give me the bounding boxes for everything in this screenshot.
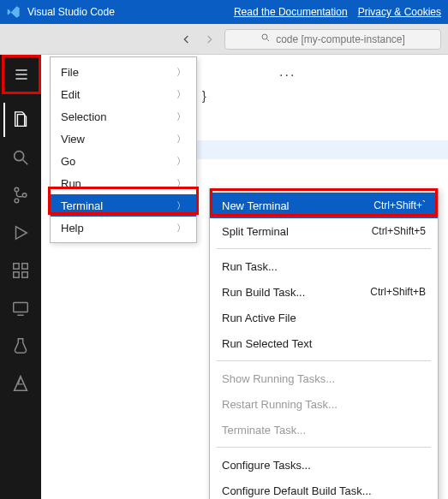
activity-remote-icon[interactable] <box>3 291 38 325</box>
menu-go[interactable]: Go〉 <box>51 150 196 172</box>
chevron-right-icon: 〉 <box>176 88 186 101</box>
activity-run-debug-icon[interactable] <box>3 216 38 250</box>
submenu-configure-default-build-task[interactable]: Configure Default Build Task... <box>210 478 438 499</box>
editor-line-highlight <box>197 140 448 159</box>
docs-link[interactable]: Read the Documentation <box>234 6 348 18</box>
activity-extensions-icon[interactable] <box>3 253 38 288</box>
activity-explorer-icon[interactable] <box>3 103 38 137</box>
submenu-run-task[interactable]: Run Task... <box>210 253 438 279</box>
submenu-run-build-task[interactable]: Run Build Task...Ctrl+Shift+B <box>210 279 438 305</box>
svg-rect-9 <box>14 272 19 277</box>
activity-azure-icon[interactable] <box>3 366 38 401</box>
menu-selection[interactable]: Selection〉 <box>51 105 196 128</box>
hamburger-menu-icon[interactable] <box>4 57 39 92</box>
submenu-show-running-tasks: Show Running Tasks... <box>210 365 438 391</box>
submenu-run-selected-text[interactable]: Run Selected Text <box>210 330 438 356</box>
svg-rect-8 <box>22 264 27 269</box>
nav-forward-icon[interactable] <box>200 31 218 48</box>
chevron-right-icon: 〉 <box>176 155 186 168</box>
command-center-text: code [my-compute-instance] <box>276 33 405 45</box>
submenu-configure-tasks[interactable]: Configure Tasks... <box>210 452 438 478</box>
svg-line-3 <box>23 160 28 165</box>
menu-view[interactable]: View〉 <box>51 128 196 150</box>
chevron-right-icon: 〉 <box>176 110 186 123</box>
menu-run[interactable]: Run〉 <box>51 172 196 194</box>
vscode-logo-icon <box>7 5 21 19</box>
search-icon <box>260 33 271 45</box>
svg-point-0 <box>262 34 267 39</box>
menu-file[interactable]: File〉 <box>51 61 196 83</box>
chevron-right-icon: 〉 <box>176 222 186 235</box>
menu-edit[interactable]: Edit〉 <box>51 83 196 105</box>
main-menu: File〉 Edit〉 Selection〉 View〉 Go〉 Run〉 Te… <box>50 56 197 243</box>
command-center[interactable]: code [my-compute-instance] <box>224 29 441 50</box>
chevron-right-icon: 〉 <box>176 66 186 79</box>
activity-testing-icon[interactable] <box>3 329 38 363</box>
submenu-run-active-file[interactable]: Run Active File <box>210 305 438 330</box>
menu-separator <box>217 360 431 361</box>
editor-text: } <box>202 89 206 103</box>
menu-separator <box>217 248 431 249</box>
privacy-link[interactable]: Privacy & Cookies <box>358 6 441 18</box>
chevron-right-icon: 〉 <box>176 199 186 212</box>
nav-back-icon[interactable] <box>178 31 195 48</box>
chevron-right-icon: 〉 <box>176 133 186 146</box>
submenu-split-terminal[interactable]: Split TerminalCtrl+Shift+5 <box>210 218 438 244</box>
titlebar: Visual Studio Code Read the Documentatio… <box>0 0 448 24</box>
submenu-terminate-task: Terminate Task... <box>210 417 438 443</box>
activity-search-icon[interactable] <box>3 140 38 175</box>
submenu-new-terminal[interactable]: New TerminalCtrl+Shift+` <box>210 193 438 218</box>
hamburger-highlight <box>2 55 41 94</box>
svg-rect-11 <box>14 303 28 312</box>
svg-point-2 <box>15 151 24 161</box>
chevron-right-icon: 〉 <box>176 177 186 190</box>
activity-source-control-icon[interactable] <box>3 178 38 212</box>
toolbar: code [my-compute-instance] <box>0 24 448 55</box>
menu-terminal[interactable]: Terminal〉 <box>51 194 196 217</box>
menu-separator <box>217 447 431 448</box>
svg-point-4 <box>15 187 19 192</box>
svg-line-1 <box>267 39 270 42</box>
svg-rect-10 <box>22 272 27 277</box>
svg-point-6 <box>22 193 27 198</box>
app-title: Visual Studio Code <box>27 6 115 18</box>
svg-rect-7 <box>14 264 19 269</box>
svg-point-5 <box>15 199 19 203</box>
activity-bar <box>0 55 41 499</box>
submenu-restart-running-task: Restart Running Task... <box>210 391 438 417</box>
menu-help[interactable]: Help〉 <box>51 217 196 239</box>
editor-more-icon[interactable]: ··· <box>279 68 296 83</box>
terminal-submenu: New TerminalCtrl+Shift+` Split TerminalC… <box>209 188 439 499</box>
